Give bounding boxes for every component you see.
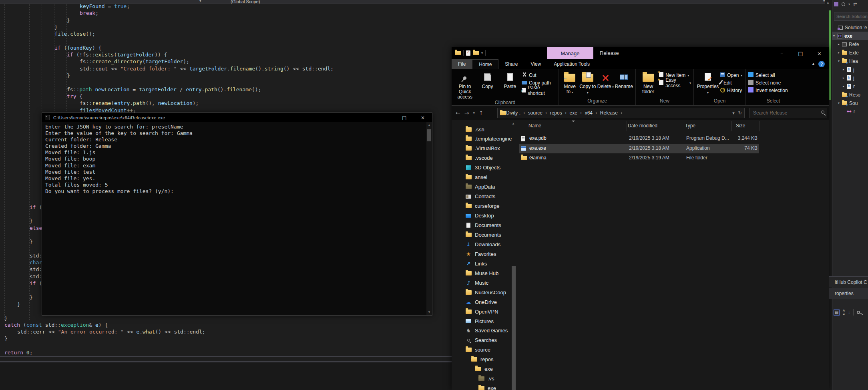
- scroll-up-icon[interactable]: ▲: [428, 123, 431, 127]
- maximize-button[interactable]: □: [791, 47, 810, 59]
- back-button[interactable]: ←: [456, 110, 460, 116]
- sidebar-item-exe[interactable]: exe: [452, 384, 518, 390]
- properties-toolbar[interactable]: ▤ AZ ↓: [834, 309, 860, 316]
- tab-view[interactable]: View: [524, 59, 547, 69]
- chevron-collapsed-icon[interactable]: ▸: [843, 68, 847, 71]
- breadcrumb-separator-icon[interactable]: ›: [595, 110, 597, 116]
- sidebar-item-favorites[interactable]: ★Favorites: [452, 249, 518, 259]
- tree-item-refe[interactable]: ▸Refe: [832, 40, 868, 48]
- scroll-up-icon[interactable]: ▲: [826, 1, 830, 4]
- refresh-icon[interactable]: ↻: [738, 111, 742, 116]
- history-button[interactable]: History: [720, 87, 742, 94]
- paste-button[interactable]: Paste: [499, 71, 521, 89]
- new-folder-button[interactable]: New folder: [638, 71, 658, 94]
- tab-application-tools[interactable]: Application Tools: [547, 59, 596, 69]
- easy-access-button[interactable]: Easy access▾: [659, 80, 691, 86]
- rename-button[interactable]: Rename: [615, 71, 633, 89]
- sidebar-item-nucleuscoop[interactable]: NucleusCoop: [452, 287, 518, 297]
- column-divider[interactable]: [684, 121, 684, 131]
- tree-item-exte[interactable]: ▸Exte: [832, 48, 868, 57]
- select-none-button[interactable]: Select none: [748, 80, 788, 86]
- maximize-button[interactable]: □: [395, 113, 414, 122]
- chevron-down-icon[interactable]: ▾: [481, 51, 483, 55]
- sidebar-item-contacts[interactable]: Contacts: [452, 192, 518, 201]
- console-window[interactable]: C:\Users\kenne\source\repos\exe\x64\Rele…: [42, 113, 432, 316]
- solution-search-box[interactable]: [834, 12, 868, 21]
- cut-button[interactable]: Cut: [522, 72, 556, 78]
- property-key-icon[interactable]: [857, 311, 860, 314]
- forward-button[interactable]: →: [464, 110, 469, 116]
- copy-to-button[interactable]: Copy to ▾: [579, 71, 597, 95]
- scrollbar-thumb[interactable]: [427, 129, 431, 141]
- file-explorer-window[interactable]: ▾ Manage Release – □ × FileHomeShareView…: [452, 47, 829, 390]
- tab-file[interactable]: File: [452, 59, 472, 69]
- breadcrumb[interactable]: Divity .›source›repos›exe›x64›Release› ▾…: [497, 108, 745, 118]
- sidebar-item-ansel[interactable]: ansel: [452, 173, 518, 182]
- chevron-collapsed-icon[interactable]: ▸: [838, 42, 842, 46]
- column-header-size[interactable]: Size: [736, 123, 745, 129]
- tab-home[interactable]: Home: [472, 59, 498, 69]
- sidebar-item--vs[interactable]: .vs: [452, 374, 518, 384]
- file-list-pane[interactable]: NameDate modifiedTypeSize exe.pdb2/19/20…: [518, 120, 829, 390]
- column-header-name[interactable]: Name: [528, 123, 541, 129]
- chevron-down-icon[interactable]: ▾: [199, 0, 201, 3]
- tree-item-reso[interactable]: Reso: [832, 90, 868, 99]
- select-all-button[interactable]: Select all: [748, 72, 788, 78]
- breadcrumb-separator-icon[interactable]: ›: [565, 110, 567, 116]
- sync-icon[interactable]: ⇄: [853, 2, 857, 7]
- tree-item-solution-e[interactable]: Solution 'e: [832, 23, 868, 32]
- column-divider[interactable]: [731, 121, 732, 131]
- tree-item-r[interactable]: ++r: [832, 107, 868, 116]
- move-to-button[interactable]: ←Move to ▾: [561, 71, 579, 95]
- close-button[interactable]: ×: [414, 113, 432, 122]
- sidebar-item--templateengine[interactable]: .templateengine: [452, 134, 518, 144]
- invert-selection-button[interactable]: Invert selection: [748, 87, 788, 94]
- open-button[interactable]: Open▾: [720, 72, 742, 78]
- breadcrumb-segment[interactable]: x64: [585, 110, 593, 116]
- quick-access-toolbar[interactable]: ▾: [455, 50, 486, 56]
- solution-explorer-toolbar[interactable]: ▾ ⇄: [834, 2, 857, 7]
- chevron-expanded-icon[interactable]: ▾: [833, 34, 837, 38]
- scrollbar-thumb[interactable]: [512, 266, 516, 390]
- sidebar-item-documents[interactable]: Documents: [452, 221, 518, 230]
- ribbon-collapse-icon[interactable]: ▲: [812, 62, 815, 66]
- file-row[interactable]: exe.exe2/19/2025 3:18 AMApplication74 KB: [519, 144, 759, 153]
- copy-button[interactable]: Copy: [476, 71, 498, 89]
- tree-item-sou[interactable]: ▾Sou: [832, 99, 868, 107]
- delete-button[interactable]: ×Delete ▾: [597, 71, 614, 90]
- tab-share[interactable]: Share: [498, 59, 524, 69]
- sidebar-item-desktop[interactable]: Desktop: [452, 211, 518, 221]
- search-icon[interactable]: [821, 111, 824, 114]
- solution-search-input[interactable]: [836, 13, 868, 20]
- properties-button[interactable]: Properties ▾: [696, 71, 719, 95]
- properties-check-icon[interactable]: [466, 50, 470, 56]
- up-button[interactable]: ↑: [479, 110, 484, 116]
- sidebar-scrollbar[interactable]: [511, 123, 516, 389]
- sidebar-item-exe[interactable]: exe: [452, 364, 518, 374]
- alphabetical-sort-icon[interactable]: AZ: [843, 309, 845, 316]
- breadcrumb-separator-icon[interactable]: ›: [621, 110, 623, 116]
- console-scrollbar[interactable]: ▲ ▼: [426, 122, 432, 315]
- sidebar-item-3d-objects[interactable]: 3D Objects: [452, 163, 518, 173]
- minimize-button[interactable]: –: [772, 47, 791, 59]
- tree-item-j[interactable]: ▸hj: [832, 74, 868, 82]
- sidebar-item-links[interactable]: ↗Links: [452, 259, 518, 268]
- chevron-collapsed-icon[interactable]: ▸: [843, 84, 847, 88]
- breadcrumb-segment[interactable]: Release: [600, 110, 618, 116]
- tree-item-j[interactable]: ▸hj: [832, 65, 868, 74]
- breadcrumb-segment[interactable]: source: [528, 110, 542, 116]
- chevron-expanded-icon[interactable]: ▾: [838, 59, 842, 63]
- breadcrumb-segment[interactable]: Divity .: [506, 110, 520, 116]
- sidebar-item-documents[interactable]: Documents: [452, 230, 518, 239]
- breadcrumb-segment[interactable]: repos: [550, 110, 562, 116]
- breadcrumb-separator-icon[interactable]: ›: [523, 110, 525, 116]
- sidebar-item-muse-hub[interactable]: Muse Hub: [452, 268, 518, 278]
- column-divider[interactable]: [759, 121, 760, 131]
- scroll-down-icon[interactable]: ▼: [428, 310, 431, 314]
- console-title-bar[interactable]: C:\Users\kenne\source\repos\exe\x64\Rele…: [42, 113, 432, 122]
- navigation-pane[interactable]: .ssh.templateengine.VirtualBox.vscode3D …: [452, 120, 518, 390]
- sidebar-item-repos[interactable]: repos: [452, 355, 518, 364]
- close-button[interactable]: ×: [810, 47, 829, 59]
- sidebar-item--virtualbox[interactable]: .VirtualBox: [452, 144, 518, 153]
- column-header-date-modified[interactable]: Date modified: [628, 123, 657, 129]
